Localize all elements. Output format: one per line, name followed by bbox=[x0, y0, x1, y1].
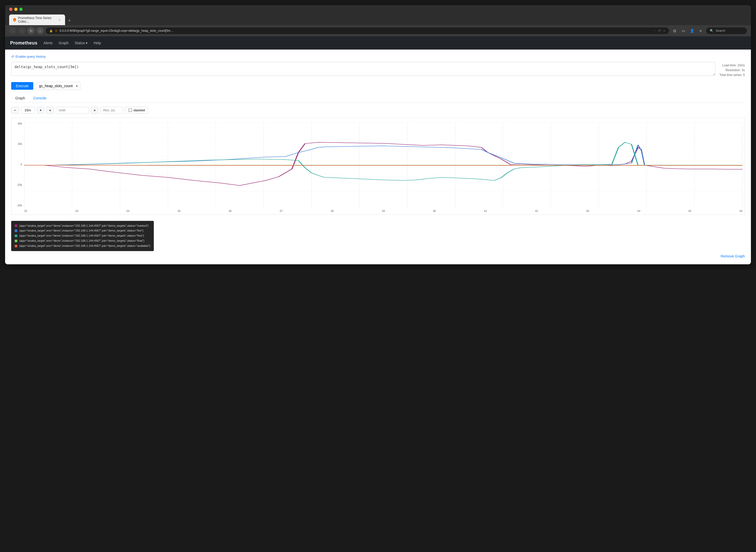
y-axis: 40k 20k 0 -20k -40k bbox=[11, 122, 24, 207]
x-label-37: 37 bbox=[280, 210, 283, 213]
total-time-series: Total time series: 5 bbox=[719, 73, 745, 78]
nav-graph[interactable]: Graph bbox=[59, 40, 69, 46]
title-bar bbox=[5, 5, 751, 13]
browser-tab-active[interactable]: 🔥 Prometheus Time Series Collec… × bbox=[9, 14, 65, 25]
y-label-20k: 20k bbox=[17, 142, 22, 145]
enable-query-history[interactable]: ↺ Enable query history bbox=[11, 55, 745, 58]
refresh-button[interactable]: ↻ bbox=[27, 27, 34, 34]
stacked-label: stacked bbox=[133, 108, 145, 112]
nav-status-label: Status bbox=[75, 41, 85, 45]
x-label-32: 32 bbox=[24, 210, 27, 213]
legend: {app="sinatra_target",env="demo",instanc… bbox=[11, 221, 154, 251]
app-brand: Prometheus bbox=[10, 40, 37, 46]
tab-title: Prometheus Time Series Collec… bbox=[18, 16, 54, 23]
range-display: 15m bbox=[21, 107, 35, 114]
nav-help[interactable]: Help bbox=[94, 40, 101, 46]
query-input[interactable]: delta(gc_heap_slots_count[5m]) bbox=[11, 62, 715, 76]
legend-item-free: {app="sinatra_target",env="demo",instanc… bbox=[15, 233, 150, 238]
stacked-checkbox bbox=[129, 109, 132, 112]
x-label-34: 34 bbox=[126, 210, 129, 213]
search-box[interactable]: 🔍 Search bbox=[706, 27, 747, 34]
resolution-input[interactable] bbox=[100, 107, 123, 114]
load-info: Load time: 23ms Resolution: 3s Total tim… bbox=[719, 62, 745, 78]
minimize-button[interactable] bbox=[14, 8, 17, 11]
x-label-44: 44 bbox=[637, 210, 640, 213]
tab-bar: 🔥 Prometheus Time Series Collec… × + bbox=[5, 13, 751, 25]
forward-button[interactable]: › bbox=[18, 27, 25, 34]
sidebar-icon[interactable]: ▭ bbox=[680, 27, 687, 34]
legend-color-marked bbox=[15, 225, 17, 227]
library-icon[interactable]: ⊟ bbox=[671, 27, 678, 34]
x-label-45: 45 bbox=[688, 210, 691, 213]
load-time: Load time: 23ms bbox=[719, 63, 745, 68]
range-minus-button[interactable]: − bbox=[11, 107, 19, 114]
x-label-35: 35 bbox=[177, 210, 180, 213]
graph-controls: − 15m + « » stacked bbox=[11, 107, 745, 114]
legend-label-free: {app="sinatra_target",env="demo",instanc… bbox=[19, 233, 144, 238]
x-label-41: 41 bbox=[484, 210, 487, 213]
x-label-42: 42 bbox=[535, 210, 538, 213]
resolution: Resolution: 3s bbox=[719, 68, 745, 73]
nav-alerts[interactable]: Alerts bbox=[43, 40, 52, 46]
prev-time-button[interactable]: « bbox=[46, 107, 53, 114]
tab-close-button[interactable]: × bbox=[58, 18, 61, 22]
x-label-33: 33 bbox=[75, 210, 78, 213]
search-label: Search bbox=[716, 29, 725, 32]
x-label-40: 40 bbox=[433, 210, 436, 213]
x-label-38: 38 bbox=[331, 210, 334, 213]
next-time-button[interactable]: » bbox=[91, 107, 98, 114]
query-area: delta(gc_heap_slots_count[5m]) Load time… bbox=[11, 62, 745, 78]
app-navbar: Prometheus Alerts Graph Status ▾ Help bbox=[5, 36, 751, 49]
maximize-button[interactable] bbox=[19, 8, 23, 11]
avatar-icon[interactable]: 👤 bbox=[688, 27, 696, 34]
address-bar: ‹ › ↻ ⌂ 🔒 ⚙ 0.0.0.0:9090/graph?g0.range_… bbox=[5, 25, 751, 36]
execute-row: Execute gc_heap_slots_count bbox=[11, 82, 745, 90]
chart-svg bbox=[24, 122, 743, 209]
x-label-43: 43 bbox=[586, 210, 589, 213]
toolbar-icons: ⊟ ▭ 👤 ≡ bbox=[671, 27, 704, 34]
y-label-0: 0 bbox=[21, 163, 22, 166]
x-label-39: 39 bbox=[382, 210, 385, 213]
history-icon: ↺ bbox=[11, 55, 14, 58]
home-button[interactable]: ⌂ bbox=[37, 27, 44, 34]
y-label-neg40k: -40k bbox=[17, 204, 22, 207]
until-input[interactable] bbox=[56, 107, 89, 114]
metric-select[interactable]: gc_heap_slots_count bbox=[36, 82, 80, 90]
x-label-46: 46 bbox=[740, 210, 743, 213]
legend-label-live: {app="sinatra_target",env="demo",instanc… bbox=[19, 228, 143, 233]
url-text: 0.0.0.0:9090/graph?g0.range_input=15m&g0… bbox=[59, 29, 651, 32]
legend-color-live bbox=[15, 230, 17, 232]
y-label-neg20k: -20k bbox=[17, 183, 22, 186]
back-button[interactable]: ‹ bbox=[9, 27, 16, 34]
x-label-36: 36 bbox=[229, 210, 232, 213]
legend-color-free bbox=[15, 235, 17, 237]
enable-history-label: Enable query history bbox=[15, 55, 46, 58]
y-label-40k: 40k bbox=[17, 122, 22, 125]
url-bar[interactable]: 🔒 ⚙ 0.0.0.0:9090/graph?g0.range_input=15… bbox=[46, 27, 669, 34]
nav-status[interactable]: Status ▾ bbox=[75, 41, 88, 45]
legend-item-final: {app="sinatra_target",env="demo",instanc… bbox=[15, 238, 150, 244]
tab-graph[interactable]: Graph bbox=[11, 94, 29, 103]
x-axis: 32 33 34 35 36 37 38 39 40 41 42 43 44 4… bbox=[24, 209, 743, 213]
close-button[interactable] bbox=[9, 8, 12, 11]
tab-nav: Graph Console bbox=[11, 94, 745, 103]
menu-icon[interactable]: ≡ bbox=[697, 27, 704, 34]
legend-color-available bbox=[15, 245, 17, 247]
tab-favicon: 🔥 bbox=[13, 18, 16, 22]
tab-console[interactable]: Console bbox=[29, 94, 50, 103]
chevron-down-icon: ▾ bbox=[86, 41, 88, 45]
search-icon: 🔍 bbox=[710, 29, 714, 32]
legend-label-final: {app="sinatra_target",env="demo",instanc… bbox=[19, 238, 144, 244]
metric-select-wrapper[interactable]: gc_heap_slots_count bbox=[36, 82, 80, 90]
new-tab-button[interactable]: + bbox=[65, 16, 74, 25]
graph-footer: Remove Graph bbox=[11, 251, 745, 259]
legend-item-marked: {app="sinatra_target",env="demo",instanc… bbox=[15, 224, 150, 229]
stacked-button[interactable]: stacked bbox=[125, 107, 148, 114]
range-plus-button[interactable]: + bbox=[37, 107, 44, 114]
execute-button[interactable]: Execute bbox=[11, 82, 33, 90]
legend-color-final bbox=[15, 240, 17, 242]
page-content: Prometheus Alerts Graph Status ▾ Help ↺ … bbox=[5, 36, 751, 264]
remove-graph-button[interactable]: Remove Graph bbox=[721, 254, 745, 258]
legend-label-available: {app="sinatra_target",env="demo",instanc… bbox=[19, 244, 150, 249]
legend-label-marked: {app="sinatra_target",env="demo",instanc… bbox=[19, 224, 148, 229]
